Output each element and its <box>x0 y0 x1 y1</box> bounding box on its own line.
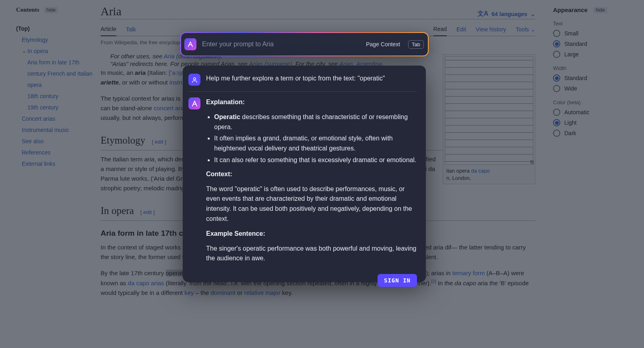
explanation-heading: Explanation: <box>206 99 245 105</box>
example-body: The singer's operatic performance was bo… <box>206 244 417 264</box>
aria-prompt-bar: Page Context Tab <box>180 32 429 56</box>
explanation-bullet: Operatic describes something that is cha… <box>214 112 417 132</box>
context-heading: Context: <box>206 171 232 177</box>
example-heading: Example Sentence: <box>206 230 265 237</box>
page-context-label: Page Context <box>366 41 400 47</box>
aria-message-row: Explanation: Operatic describes somethin… <box>188 91 417 274</box>
explanation-list: Operatic describes something that is cha… <box>206 112 417 165</box>
tab-key-hint[interactable]: Tab <box>408 40 424 49</box>
aria-avatar-icon <box>188 97 200 109</box>
context-body: The word "operatic" is often used to des… <box>206 184 417 224</box>
user-message-row: Help me further explore a term or topic … <box>188 72 417 91</box>
explanation-bullet: It can also refer to something that is e… <box>214 155 417 165</box>
aria-message-body: Explanation: Operatic describes somethin… <box>206 97 417 268</box>
aria-prompt-input[interactable] <box>201 40 361 48</box>
user-avatar-icon <box>188 74 200 86</box>
aria-logo-icon <box>184 38 196 50</box>
user-message-text: Help me further explore a term or topic … <box>206 74 417 86</box>
explanation-bullet: It often implies a grand, dramatic, or e… <box>214 134 417 154</box>
svg-point-0 <box>193 77 196 80</box>
sign-in-button[interactable]: SIGN IN <box>378 274 417 287</box>
aria-response-panel: Help me further explore a term or topic … <box>183 66 426 282</box>
